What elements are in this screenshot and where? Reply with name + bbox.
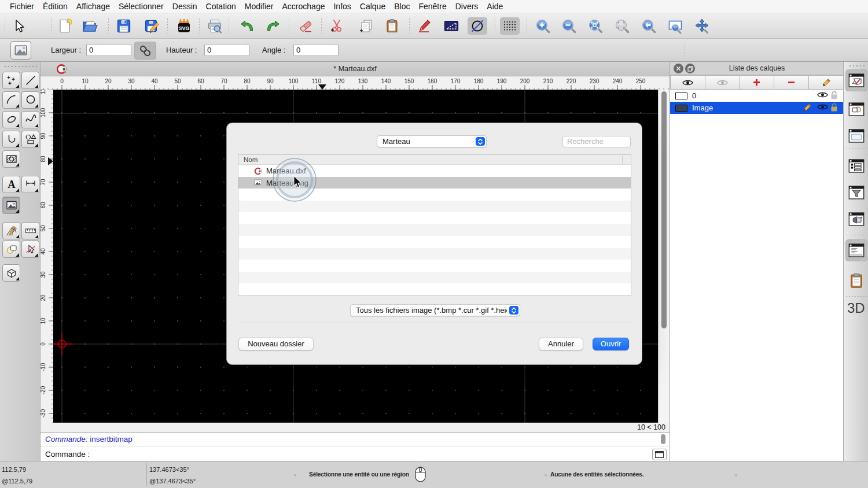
command-widget-panel-button[interactable]	[848, 242, 865, 259]
menu-selectionner[interactable]: Sélectionner	[119, 2, 164, 11]
cut-button[interactable]	[327, 17, 347, 35]
command-history-scrollbar[interactable]	[661, 434, 665, 444]
text-tool-button[interactable]: A	[2, 176, 20, 193]
remove-layer-icon	[787, 78, 796, 87]
command-options-button[interactable]	[652, 449, 667, 460]
grid-toggle-button[interactable]	[500, 17, 520, 35]
line-tool-button[interactable]	[21, 72, 39, 89]
zoom-out-button[interactable]	[559, 17, 579, 35]
image-insert-tool-button[interactable]	[2, 197, 20, 214]
empty-file-row	[238, 212, 631, 224]
menu-bloc[interactable]: Bloc	[394, 2, 410, 11]
redo-button[interactable]	[263, 17, 283, 35]
circle-tool-button[interactable]	[21, 91, 39, 109]
layer-lock-icon[interactable]	[830, 91, 840, 101]
hide-all-layers-button[interactable]	[705, 75, 740, 90]
zoom-in-button[interactable]	[533, 17, 553, 35]
copy-button[interactable]	[356, 17, 376, 35]
menu-divers[interactable]: Divers	[455, 2, 479, 11]
menu-calque[interactable]: Calque	[360, 2, 385, 11]
add-layer-button[interactable]	[740, 75, 775, 90]
edit-pen-button[interactable]	[414, 17, 434, 35]
application-window: FichierÉditionAffichageSélectionnerDessi…	[0, 0, 868, 488]
select-entity-tool-button[interactable]	[21, 241, 39, 258]
save-button[interactable]	[114, 17, 134, 35]
new-folder-button[interactable]: Nouveau dossier	[238, 338, 314, 350]
zoom-auto-button[interactable]	[586, 17, 605, 35]
print-preview-button[interactable]	[205, 17, 225, 35]
edit-layer-button[interactable]	[809, 75, 844, 90]
ellipse-tool-button[interactable]	[2, 111, 20, 128]
canvas-vertical-scrollbar[interactable]	[658, 90, 670, 423]
menu-fenetre[interactable]: Fenêtre	[418, 2, 446, 11]
export-svg-button[interactable]: SVG	[174, 17, 194, 35]
block-list-panel-button[interactable]	[848, 101, 865, 118]
polyline-tool-button[interactable]	[2, 131, 20, 148]
arc-tool-button[interactable]	[2, 91, 20, 109]
points-tool-button[interactable]	[2, 72, 20, 89]
draft-mode-button[interactable]	[442, 17, 461, 35]
command-panel-button[interactable]	[848, 127, 865, 145]
file-type-popup[interactable]: Tous les fichiers image (*.bmp *.cur *.g…	[350, 304, 520, 316]
palette-drag-handle[interactable]	[3, 65, 37, 68]
sidebar-drag-handle[interactable]	[848, 64, 866, 68]
menu-affichage[interactable]: Affichage	[76, 2, 110, 11]
dimension-tool-button[interactable]	[21, 176, 39, 193]
image-tool-indicator[interactable]	[10, 41, 31, 60]
menu-accrochage[interactable]: Accrochage	[282, 2, 325, 11]
measure-tool-button[interactable]	[21, 222, 39, 239]
clipboard-panel-button[interactable]	[848, 272, 865, 289]
layer-row-0[interactable]: 0	[670, 90, 844, 102]
width-input[interactable]	[86, 44, 131, 56]
shapes-tool-button[interactable]	[21, 131, 39, 148]
command-input-row[interactable]: Commande :	[41, 446, 670, 461]
height-input[interactable]	[204, 44, 249, 56]
cancel-button[interactable]: Annuler	[539, 338, 583, 350]
zoom-pan-button[interactable]	[692, 17, 712, 35]
zoom-previous-button[interactable]	[639, 17, 659, 35]
hatch-tool-button[interactable]	[2, 150, 20, 168]
library-browser-panel-button[interactable]	[848, 157, 865, 175]
zoom-window-button[interactable]	[665, 17, 685, 35]
construction-tool-button[interactable]	[2, 222, 20, 239]
undo-button[interactable]	[237, 17, 257, 35]
paste-button[interactable]	[382, 17, 402, 35]
new-document-button[interactable]	[55, 17, 75, 35]
select-arrow-button[interactable]	[9, 17, 28, 35]
layer-lock-icon[interactable]	[830, 103, 840, 113]
menu-cotation[interactable]: Cotation	[206, 2, 236, 11]
layer-visibility-icon[interactable]	[817, 103, 827, 113]
layer-row-image[interactable]: Image	[670, 102, 844, 114]
zoom-selection-button[interactable]	[612, 17, 632, 35]
svg-text:70: 70	[41, 179, 46, 186]
lines-toggle-button[interactable]	[468, 17, 487, 35]
menu-fichier[interactable]: Fichier	[10, 2, 34, 11]
filter-panel-button[interactable]	[848, 184, 865, 201]
remove-layer-button[interactable]	[774, 75, 809, 90]
menu-modifier[interactable]: Modifier	[245, 2, 274, 11]
layer-visibility-icon[interactable]	[817, 91, 827, 101]
open-button[interactable]: Ouvrir	[593, 338, 629, 350]
spline-tool-button[interactable]	[21, 111, 39, 128]
location-popup[interactable]: Marteau	[377, 135, 487, 147]
search-field[interactable]: Recherche	[562, 136, 631, 147]
delete-icon	[297, 18, 314, 34]
angle-input[interactable]	[293, 44, 339, 56]
popup-stepper-icon	[509, 306, 518, 315]
delete-button[interactable]	[296, 17, 315, 35]
menu-aide[interactable]: Aide	[487, 2, 503, 11]
view-panel-button[interactable]	[848, 210, 865, 228]
layer-list-panel-button[interactable]	[848, 72, 865, 89]
save-as-button[interactable]	[142, 17, 162, 35]
scrollbar-thumb[interactable]	[661, 91, 667, 328]
svg-text:10: 10	[41, 317, 46, 324]
3d-view-button[interactable]: 3D	[847, 300, 865, 316]
menu-dessin[interactable]: Dessin	[172, 2, 197, 11]
show-all-layers-button[interactable]	[670, 75, 705, 90]
menu-edition[interactable]: Édition	[43, 2, 68, 11]
menu-infos[interactable]: Infos	[333, 2, 351, 11]
box3d-tool-button[interactable]	[2, 264, 20, 282]
open-file-button[interactable]	[80, 17, 100, 35]
order-tool-button[interactable]	[2, 241, 20, 258]
keep-aspect-ratio-button[interactable]	[134, 42, 156, 60]
